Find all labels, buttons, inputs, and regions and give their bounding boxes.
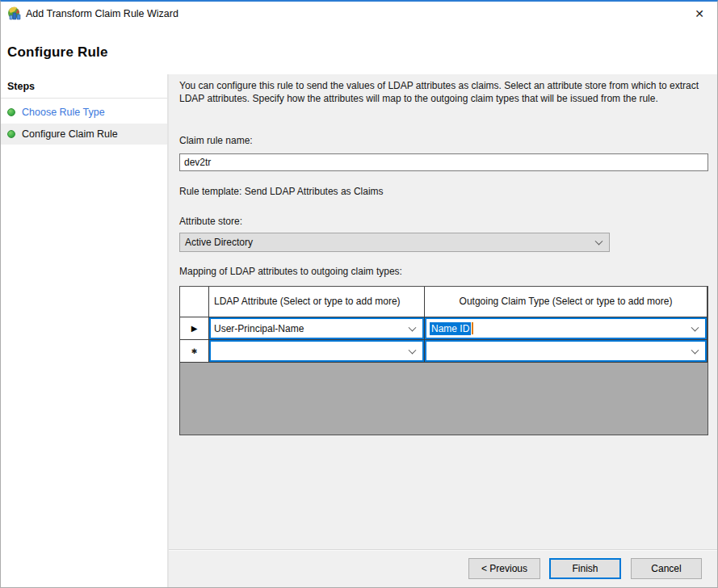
step-label-choose-rule-type: Choose Rule Type (22, 107, 105, 118)
grid-cell-outgoing-row2 (425, 340, 708, 363)
row-selector-new-row[interactable]: ✱ (180, 340, 209, 363)
close-button[interactable]: ✕ (687, 2, 712, 25)
finish-button[interactable]: Finish (549, 558, 621, 579)
chevron-down-icon (595, 237, 603, 246)
page-title: Configure Rule (7, 44, 108, 61)
ldap-attribute-select-row1[interactable]: User-Principal-Name (209, 317, 424, 339)
new-row-asterisk-icon: ✱ (191, 347, 198, 355)
rule-template-text: Rule template: Send LDAP Attributes as C… (179, 186, 384, 197)
steps-divider (1, 98, 167, 99)
sidebar-item-choose-rule-type[interactable]: Choose Rule Type (1, 102, 167, 122)
title-bar: Add Transform Claim Rule Wizard ✕ (1, 2, 717, 26)
previous-button[interactable]: < Previous (468, 558, 540, 579)
attribute-store-select[interactable]: Active Directory (179, 233, 610, 252)
steps-title: Steps (7, 81, 35, 92)
adfs-app-icon (7, 6, 22, 21)
grid-cell-ldap-row1: User-Principal-Name (209, 317, 425, 340)
grid-cell-ldap-row2 (209, 340, 425, 363)
step-current-bullet-icon (7, 130, 15, 138)
claim-rule-name-label: Claim rule name: (179, 135, 253, 146)
outgoing-claim-select-row1[interactable]: Name ID (425, 317, 707, 339)
chevron-down-icon (691, 323, 699, 331)
description-text: You can configure this rule to send the … (179, 79, 714, 105)
sidebar-item-configure-claim-rule[interactable]: Configure Claim Rule (1, 124, 167, 145)
ldap-attribute-value-row1: User-Principal-Name (214, 323, 304, 334)
chevron-down-icon (409, 346, 417, 354)
content-panel: You can configure this rule to send the … (169, 74, 717, 587)
step-complete-bullet-icon (7, 108, 15, 116)
attribute-store-label: Attribute store: (179, 216, 242, 227)
claim-rule-name-input[interactable] (179, 153, 708, 171)
window-title: Add Transform Claim Rule Wizard (26, 2, 178, 26)
text-caret (472, 322, 473, 334)
grid-corner-cell (180, 287, 209, 317)
steps-sidebar: Steps Choose Rule Type Configure Claim R… (1, 74, 169, 587)
cancel-button[interactable]: Cancel (631, 558, 702, 579)
footer-divider (169, 549, 717, 551)
step-label-configure-claim-rule: Configure Claim Rule (22, 128, 118, 140)
outgoing-claim-value-row1: Name ID (430, 322, 471, 335)
mapping-grid: LDAP Attribute (Select or type to add mo… (179, 286, 708, 435)
ldap-attribute-select-row2[interactable] (209, 340, 424, 362)
outgoing-claim-select-row2[interactable] (425, 340, 707, 362)
mapping-label: Mapping of LDAP attributes to outgoing c… (179, 266, 402, 277)
grid-header-outgoing-claim-type: Outgoing Claim Type (Select or type to a… (425, 287, 708, 317)
grid-header-ldap-attribute: LDAP Attribute (Select or type to add mo… (209, 287, 425, 317)
wizard-body: Steps Choose Rule Type Configure Claim R… (1, 74, 717, 587)
close-icon: ✕ (695, 7, 704, 20)
chevron-down-icon (409, 323, 417, 331)
wizard-window: Add Transform Claim Rule Wizard ✕ Config… (0, 0, 718, 588)
chevron-down-icon (691, 346, 699, 354)
row-selector-row1[interactable]: ▶ (180, 317, 209, 340)
attribute-store-value: Active Directory (185, 237, 253, 248)
current-row-arrow-icon: ▶ (191, 324, 198, 333)
grid-empty-area (180, 363, 708, 435)
grid-cell-outgoing-row1: Name ID (425, 317, 708, 340)
